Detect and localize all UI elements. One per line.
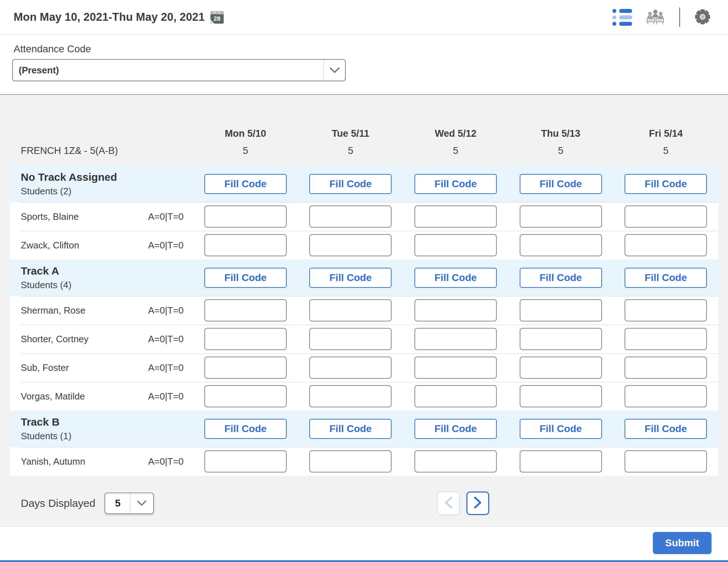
attendance-code-input[interactable] [204,234,287,256]
attendance-code-input[interactable] [520,299,602,321]
attendance-code-select[interactable]: (Present) [12,59,346,81]
attendance-code-label: Attendance Code [12,43,728,55]
pagination [437,491,489,515]
bottom-accent-bar [0,560,728,562]
chevron-right-icon [474,496,482,510]
student-row: Sherman, Rose A=0|T=0 [10,296,718,325]
fill-code-button[interactable]: Fill Code [520,174,602,194]
days-displayed-value: 5 [105,493,130,513]
day-meeting-count: 5 [298,145,403,156]
attendance-code-input[interactable] [204,205,287,228]
day-meeting-count: 5 [613,145,718,156]
student-row: Sub, Foster A=0|T=0 [10,353,718,382]
chevron-down-icon [324,60,345,81]
course-row: FRENCH 1Z& - 5(A-B) 5 5 5 5 5 [10,141,718,161]
attendance-code-input[interactable] [414,450,497,473]
student-stats: A=0|T=0 [128,305,193,316]
day-meeting-count: 5 [403,145,508,156]
section-header-track-b: Track B Students (1) Fill Code Fill Code… [10,411,718,447]
student-stats: A=0|T=0 [128,240,193,251]
attendance-table: No Track Assigned Students (2) Fill Code… [10,166,718,476]
section-student-count: Students (2) [21,186,193,197]
student-name: Vorgas, Matilde [10,391,128,402]
gear-icon [694,9,711,26]
top-bar: Mon May 10, 2021-Thu May 20, 2021 28 [0,0,728,35]
attendance-code-input[interactable] [520,328,602,350]
fill-code-button[interactable]: Fill Code [204,419,287,439]
student-stats: A=0|T=0 [128,211,193,222]
fill-code-button[interactable]: Fill Code [625,174,707,194]
attendance-code-input[interactable] [414,328,497,350]
attendance-code-input[interactable] [625,450,707,473]
attendance-code-input[interactable] [625,205,707,228]
section-header-no-track: No Track Assigned Students (2) Fill Code… [10,166,718,202]
student-name: Sherman, Rose [10,305,128,316]
attendance-code-input[interactable] [204,385,287,407]
attendance-code-input[interactable] [309,299,392,321]
attendance-code-input[interactable] [204,328,287,350]
student-row: Shorter, Cortney A=0|T=0 [10,325,718,353]
fill-code-button[interactable]: Fill Code [414,419,497,439]
fill-code-button[interactable]: Fill Code [309,419,392,439]
attendance-code-input[interactable] [520,450,602,473]
days-displayed-label: Days Displayed [10,497,95,509]
attendance-code-input[interactable] [414,385,497,407]
student-stats: A=0|T=0 [128,334,193,345]
attendance-code-input[interactable] [309,385,392,407]
page-title: Mon May 10, 2021-Thu May 20, 2021 [14,11,205,24]
attendance-code-input[interactable] [520,385,602,407]
attendance-code-input[interactable] [520,205,602,228]
attendance-code-input[interactable] [309,205,392,228]
days-displayed-select[interactable]: 5 [105,493,154,514]
fill-code-button[interactable]: Fill Code [414,174,497,194]
fill-code-button[interactable]: Fill Code [520,419,602,439]
attendance-code-input[interactable] [520,234,602,256]
attendance-code-input[interactable] [309,450,392,473]
fill-code-button[interactable]: Fill Code [309,268,392,288]
section-title: Track B [21,416,193,428]
student-name: Shorter, Cortney [10,334,128,345]
day-header: Fri 5/14 [613,128,718,139]
attendance-code-input[interactable] [625,299,707,321]
attendance-code-input[interactable] [309,328,392,350]
attendance-code-input[interactable] [414,357,497,379]
attendance-code-input[interactable] [204,299,287,321]
attendance-code-input[interactable] [625,328,707,350]
attendance-code-input[interactable] [414,205,497,228]
fill-code-button[interactable]: Fill Code [625,268,707,288]
fill-code-button[interactable]: Fill Code [414,268,497,288]
course-name: FRENCH 1Z& - 5(A-B) [10,145,128,156]
chevron-left-icon [445,496,452,510]
attendance-code-input[interactable] [204,450,287,473]
student-row: Yanish, Autumn A=0|T=0 [10,447,718,476]
fill-code-button[interactable]: Fill Code [204,174,287,194]
prev-page-button[interactable] [437,491,460,515]
fill-code-button[interactable]: Fill Code [204,268,287,288]
student-row: Vorgas, Matilde A=0|T=0 [10,382,718,411]
submit-button[interactable]: Submit [653,532,712,554]
student-name: Sports, Blaine [10,211,128,222]
attendance-code-input[interactable] [414,299,497,321]
attendance-code-input[interactable] [204,357,287,379]
fill-code-button[interactable]: Fill Code [520,268,602,288]
next-page-button[interactable] [466,491,489,515]
day-meeting-count: 5 [508,145,613,156]
attendance-code-value: (Present) [13,60,324,81]
fill-code-button[interactable]: Fill Code [309,174,392,194]
attendance-code-input[interactable] [520,357,602,379]
view-toggle-group [611,7,712,28]
attendance-code-input[interactable] [625,385,707,407]
seating-chart-button[interactable] [644,7,666,28]
attendance-code-input[interactable] [309,357,392,379]
attendance-code-input[interactable] [625,234,707,256]
table-controls-row: Days Displayed 5 [10,491,718,515]
attendance-code-input[interactable] [309,234,392,256]
fill-code-button[interactable]: Fill Code [625,419,707,439]
attendance-code-input[interactable] [625,357,707,379]
attendance-code-input[interactable] [414,234,497,256]
settings-button[interactable] [693,7,712,28]
calendar-icon[interactable]: 28 [210,11,224,24]
calendar-icon-top [210,11,224,14]
day-header: Mon 5/10 [193,128,298,139]
list-view-button[interactable] [611,8,634,27]
